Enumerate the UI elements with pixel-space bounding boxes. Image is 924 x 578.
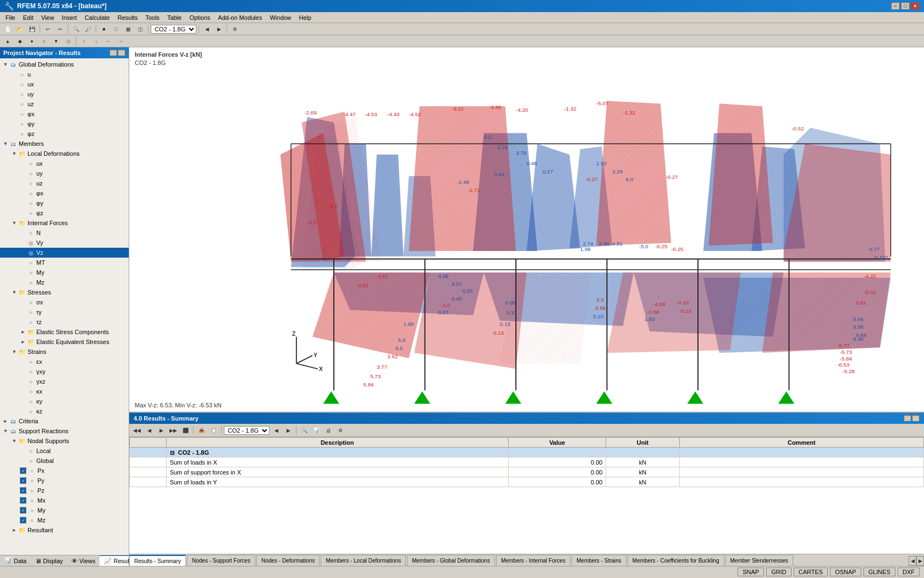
tree-global-deformations[interactable]: ▼ 🗂 Global Deformations [0, 59, 129, 69]
tree-phiz[interactable]: ○ φz [0, 129, 129, 139]
tb-settings[interactable]: ⚙ [229, 24, 240, 34]
results-tb-5[interactable]: ⬛ [180, 426, 191, 435]
tree-Px[interactable]: ✓ ○ Px [0, 466, 129, 476]
results-tb-2[interactable]: ◀ [144, 426, 155, 435]
tree-local[interactable]: ○ Local [0, 446, 129, 456]
snap-button[interactable]: SNAP [738, 568, 764, 576]
menu-item-insert[interactable]: Insert [58, 13, 80, 22]
results-filter[interactable]: 🔍 [299, 426, 310, 435]
tab-views[interactable]: 👁 Views [67, 555, 100, 566]
menu-item-add-on-modules[interactable]: Add-on Modules [215, 13, 265, 22]
tab-display[interactable]: 🖥 Display [31, 555, 67, 566]
tab-nav-next[interactable]: ▶ [916, 556, 924, 566]
tree-kappa-x[interactable]: ○ κx [0, 386, 129, 396]
tb2-btn-9[interactable]: ← [103, 36, 114, 46]
open-button[interactable]: 📂 [14, 24, 25, 34]
maximize-button[interactable]: □ [901, 2, 910, 10]
tree-eps-x[interactable]: ○ εx [0, 357, 129, 367]
tab-data[interactable]: 📊 Data [0, 555, 31, 566]
results-combo[interactable]: CO2 - 1.8G [224, 426, 270, 435]
tab-members-strains[interactable]: Members - Strains [571, 555, 626, 566]
tree-Mz2[interactable]: ✓ ○ Mz [0, 515, 129, 525]
tree-m-phix[interactable]: ○ φx [0, 188, 129, 198]
tb2-btn-5[interactable]: ▼ [51, 36, 62, 46]
tree-m-ux[interactable]: ○ ux [0, 159, 129, 168]
tree-ux[interactable]: ○ ux [0, 79, 129, 89]
tab-nav-prev[interactable]: ◀ [909, 556, 916, 566]
tree-elastic-stress[interactable]: ► 📁 Elastic Stress Components [0, 327, 129, 337]
menu-item-file[interactable]: File [2, 13, 19, 22]
tab-members-global[interactable]: Members - Global Deformations [407, 555, 495, 566]
menu-item-results[interactable]: Results [114, 13, 141, 22]
tb2-btn-2[interactable]: ◆ [14, 36, 25, 46]
Mx-checkbox[interactable]: ✓ [20, 497, 26, 504]
tree-local-deformations[interactable]: ▼ 📁 Local Deformations [0, 149, 129, 159]
tb2-btn-3[interactable]: ● [26, 36, 37, 46]
results-max[interactable]: □ [912, 415, 920, 422]
tree-m-phiy[interactable]: ○ φy [0, 198, 129, 208]
tree-sigma-x[interactable]: ○ σx [0, 297, 129, 307]
tree-support-reactions[interactable]: ▼ 🗂 Support Reactions [0, 426, 129, 436]
minimize-button[interactable]: − [891, 2, 900, 10]
results-next[interactable]: ▶ [283, 426, 294, 435]
tab-members-buckling[interactable]: Members - Coefficients for Buckling [628, 555, 724, 566]
menu-item-options[interactable]: Options [186, 13, 213, 22]
Px-checkbox[interactable]: ✓ [20, 467, 26, 474]
tb-btn-3[interactable]: ▦ [123, 24, 134, 34]
combo-select[interactable]: CO2 - 1.8G [151, 25, 196, 34]
tree-kappa-z[interactable]: ○ κz [0, 406, 129, 416]
tree-uz[interactable]: ○ uz [0, 99, 129, 109]
undo-button[interactable]: ↩ [42, 24, 53, 34]
results-tb-3[interactable]: ▶ [156, 426, 167, 435]
tree-MT[interactable]: ○ MT [0, 258, 129, 268]
zoom-out[interactable]: 🔎 [82, 24, 94, 34]
results-export[interactable]: 📊 [311, 426, 322, 435]
menu-item-view[interactable]: View [38, 13, 58, 22]
tb2-btn-1[interactable]: ▲ [2, 36, 13, 46]
tree-My[interactable]: ○ My [0, 268, 129, 277]
results-print[interactable]: 🖨 [323, 426, 334, 435]
menu-item-help[interactable]: Help [296, 13, 315, 22]
tab-nodes-deform[interactable]: Nodes - Deformations [256, 555, 320, 566]
tree-members[interactable]: ▼ 🗂 Members [0, 139, 129, 149]
tree-tau-y[interactable]: ○ τy [0, 307, 129, 317]
tree-strains[interactable]: ▼ 📁 Strains [0, 347, 129, 357]
menu-item-window[interactable]: Window [266, 13, 294, 22]
tb-btn-2[interactable]: □ [111, 24, 122, 34]
tree-uy[interactable]: ○ uy [0, 89, 129, 99]
dxf-button[interactable]: DXF [898, 568, 920, 576]
tree-global[interactable]: ○ Global [0, 456, 129, 466]
tree-Mz[interactable]: ○ Mz [0, 277, 129, 287]
tree-stresses[interactable]: ▼ 📁 Stresses [0, 287, 129, 297]
tree-internal-forces[interactable]: ▼ 📁 Internal Forces [0, 218, 129, 228]
Py-checkbox[interactable]: ✓ [20, 477, 26, 484]
results-prev[interactable]: ◀ [271, 426, 282, 435]
zoom-in[interactable]: 🔍 [70, 24, 81, 34]
tree-Vy[interactable]: ◎ Vy [0, 238, 129, 248]
menu-item-table[interactable]: Table [164, 13, 185, 22]
results-tb-7[interactable]: 📋 [208, 426, 219, 435]
tab-results[interactable]: 📈 Results [100, 555, 129, 566]
results-tb-4[interactable]: ▶▶ [168, 426, 179, 435]
menu-item-tools[interactable]: Tools [142, 13, 163, 22]
results-settings[interactable]: ⚙ [335, 426, 346, 435]
results-tb-6[interactable]: 📤 [196, 426, 207, 435]
nav-prev[interactable]: ◀ [201, 24, 212, 34]
tab-results-summary[interactable]: Results - Summary [129, 555, 186, 566]
My2-checkbox[interactable]: ✓ [20, 507, 26, 514]
tree-elastic-equiv[interactable]: ► 📁 Elastic Equivalent Stresses [0, 337, 129, 347]
tree-Mx[interactable]: ✓ ○ Mx [0, 495, 129, 505]
tree-nodal-supports[interactable]: ▼ 📁 Nodal Supports [0, 436, 129, 446]
nav-max[interactable]: □ [118, 50, 125, 56]
tab-member-slenderness[interactable]: Member Slendernesses [725, 555, 794, 566]
results-tb-1[interactable]: ◀◀ [131, 426, 142, 435]
osnap-button[interactable]: OSNAP [830, 568, 861, 576]
results-min[interactable]: ─ [904, 415, 911, 422]
tab-members-internal[interactable]: Members - Internal Forces [496, 555, 570, 566]
tb2-btn-4[interactable]: ○ [38, 36, 50, 46]
tree-Pz[interactable]: ✓ ○ Pz [0, 486, 129, 495]
tree-phiy[interactable]: ○ φy [0, 119, 129, 129]
tree-kappa-y[interactable]: ○ κy [0, 396, 129, 406]
tree-m-phiz[interactable]: ○ φz [0, 208, 129, 218]
tb2-btn-10[interactable]: → [115, 36, 126, 46]
